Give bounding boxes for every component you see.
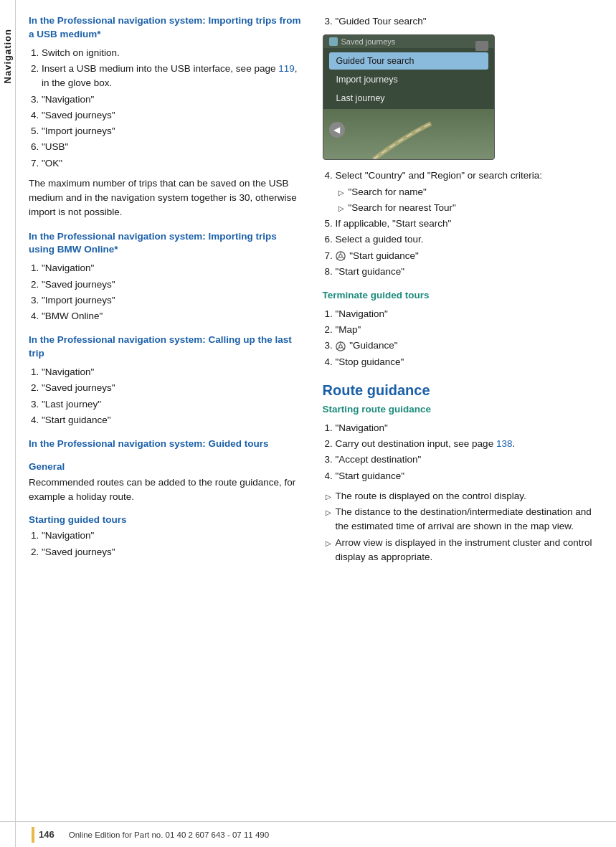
page-number-bar [32, 827, 34, 843]
sidebar-label: Navigation [0, 0, 16, 847]
general-text: Recommended routes can be added to the r… [29, 475, 305, 505]
list-item: "Navigation" [42, 93, 305, 107]
right-list-top: "Guided Tour search" [336, 14, 600, 29]
map-background [323, 109, 494, 159]
list-item: "Guided Tour search" [336, 14, 600, 29]
list-item: "USB" [42, 140, 305, 154]
list-item: "Navigation" [42, 261, 305, 275]
section-last-trip: In the Professional navigation system: C… [29, 333, 305, 427]
section-usb-heading: In the Professional navigation system: I… [29, 14, 305, 42]
page-container: Navigation In the Professional navigatio… [0, 0, 616, 847]
svg-point-1 [338, 255, 341, 257]
left-arrow-button: ◀ [329, 122, 345, 138]
right-column: "Guided Tour search" Saved journeys Guid… [323, 14, 600, 833]
svg-point-6 [338, 345, 341, 348]
list-item: "Stop guidance" [336, 355, 600, 369]
list-item: "Saved journeys" [42, 545, 305, 559]
steering-wheel-icon-2 [336, 341, 346, 351]
right-list-4: Select "Country" and "Region" or search … [336, 169, 600, 279]
arrow-item-3: Arrow view is displayed in the instrumen… [326, 536, 600, 565]
route-arrow-list: The route is displayed on the control di… [326, 489, 600, 564]
list-item: "Saved journeys" [42, 381, 305, 395]
terminate-heading: Terminate guided tours [323, 289, 600, 303]
list-item-8: "Start guidance" [336, 265, 600, 279]
right-icon-button [475, 41, 488, 51]
starting-route-list: "Navigation" Carry out destination input… [336, 421, 600, 483]
nav-screenshot: Saved journeys Guided Tour search Import… [323, 34, 495, 160]
list-item: Switch on ignition. [42, 46, 305, 60]
list-item: "Guidance" [336, 339, 600, 353]
section-guided-tours: In the Professional navigation system: G… [29, 437, 305, 559]
list-item-7: "Start guidance" [336, 249, 600, 263]
list-item: "Map" [336, 323, 600, 337]
list-item: Carry out destination input, see page 13… [336, 437, 600, 451]
main-content: In the Professional navigation system: I… [16, 0, 616, 847]
section-guided-heading: In the Professional navigation system: G… [29, 437, 305, 451]
screenshot-title: Saved journeys [341, 37, 396, 46]
list-item-4: Select "Country" and "Region" or search … [336, 169, 600, 215]
terminate-list: "Navigation" "Map" "Guidance" "Stop guid… [336, 307, 600, 369]
list-item-6: Select a guided tour. [336, 232, 600, 247]
list-item: "Import journeys" [42, 293, 305, 308]
list-item: "Navigation" [42, 529, 305, 543]
starting-guided-subheading: Starting guided tours [29, 514, 305, 525]
page-number-container: 146 [32, 827, 55, 843]
section-bmw-online: In the Professional navigation system: I… [29, 230, 305, 324]
general-subheading: General [29, 461, 305, 472]
section-usb-note: The maximum number of trips that can be … [29, 176, 305, 220]
list-item: "Saved journeys" [42, 278, 305, 292]
link-119[interactable]: 119 [278, 63, 295, 74]
link-138[interactable]: 138 [496, 438, 513, 449]
list-item: "Navigation" [336, 421, 600, 435]
item4-text: Select "Country" and "Region" or search … [336, 170, 543, 181]
list-item: "Start guidance" [336, 469, 600, 483]
item4-subitems: "Search for name" "Search for nearest To… [338, 185, 600, 216]
subitem-search-name: "Search for name" [338, 185, 600, 199]
route-guidance-heading: Route guidance [323, 382, 600, 399]
list-item: "BMW Online" [42, 309, 305, 323]
list-item: "Navigation" [336, 307, 600, 321]
list-item: "Start guidance" [42, 413, 305, 427]
starting-route-section: Starting route guidance "Navigation" Car… [323, 403, 600, 564]
list-item: "Import journeys" [42, 124, 305, 138]
list-item: "OK" [42, 156, 305, 171]
bookmark-icon [329, 37, 338, 46]
starting-guided-list: "Navigation" "Saved journeys" [42, 529, 305, 559]
road-lines-svg [359, 116, 445, 159]
sidebar-text: Navigation [2, 29, 13, 83]
screenshot-menu: Guided Tour search Import journeys Last … [323, 48, 494, 113]
screenshot-titlebar: Saved journeys [323, 35, 494, 48]
list-item: "Accept destination" [336, 453, 600, 467]
section-usb-list: Switch on ignition. Insert a USB medium … [42, 46, 305, 171]
list-item-5: If applicable, "Start search" [336, 217, 600, 231]
page-number: 146 [39, 829, 55, 840]
left-column: In the Professional navigation system: I… [29, 14, 305, 833]
menu-item-last-journey: Last journey [329, 90, 488, 107]
arrow-item-2: The distance to the destination/intermed… [326, 505, 600, 534]
steering-wheel-icon [336, 251, 346, 261]
section-bmw-heading: In the Professional navigation system: I… [29, 230, 305, 257]
list-item: "Navigation" [42, 365, 305, 379]
section-usb-import: In the Professional navigation system: I… [29, 14, 305, 220]
section-bmw-list: "Navigation" "Saved journeys" "Import jo… [42, 261, 305, 323]
arrow-item-1: The route is displayed on the control di… [326, 489, 600, 503]
menu-item-import-journeys: Import journeys [329, 71, 488, 88]
section-lasttrip-list: "Navigation" "Saved journeys" "Last jour… [42, 365, 305, 427]
starting-route-heading: Starting route guidance [323, 403, 600, 417]
subitem-search-nearest: "Search for nearest Tour" [338, 201, 600, 215]
footer: 146 Online Edition for Part no. 01 40 2 … [0, 821, 616, 847]
menu-item-guided-tour: Guided Tour search [329, 52, 488, 70]
footnote-text: Online Edition for Part no. 01 40 2 607 … [69, 831, 269, 839]
section-lasttrip-heading: In the Professional navigation system: C… [29, 333, 305, 361]
list-item: "Saved journeys" [42, 108, 305, 123]
list-item: "Last journey" [42, 397, 305, 412]
list-item: Insert a USB medium into the USB interfa… [42, 62, 305, 91]
terminate-section: Terminate guided tours "Navigation" "Map… [323, 289, 600, 369]
